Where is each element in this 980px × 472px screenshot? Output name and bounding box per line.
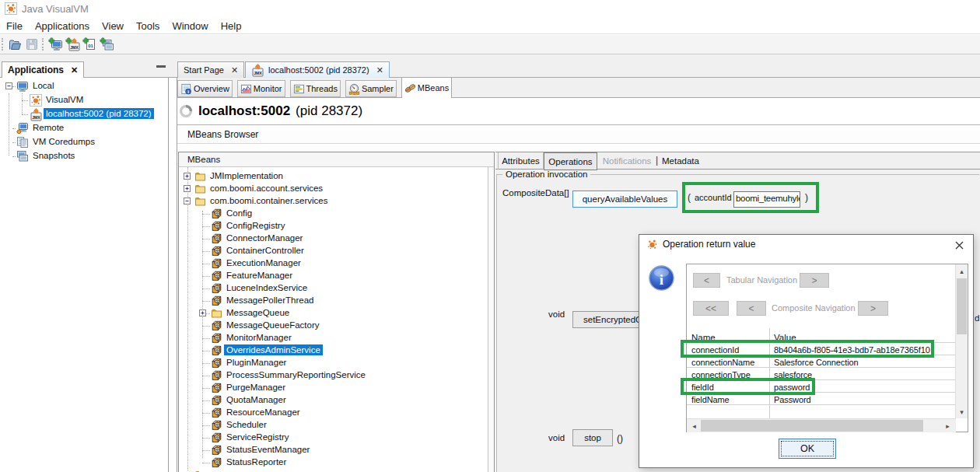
applications-panel: LocalVisualVMJMXlocalhost:5002 (pid 2837…	[0, 78, 169, 472]
set-encrypted-button[interactable]: setEncryptedC	[572, 311, 641, 328]
tree-item-label: PluginManager	[224, 357, 289, 368]
table-cell-name[interactable]: connectionType	[691, 370, 751, 379]
expander-minus-icon[interactable]	[184, 198, 191, 205]
menu-tools[interactable]: Tools	[130, 19, 166, 33]
open-file-button[interactable]	[6, 36, 23, 53]
composite-first-button[interactable]: <<	[693, 301, 729, 316]
tab-close-icon[interactable]: ✕	[376, 66, 383, 75]
op-setenc-return-type: void	[548, 309, 565, 319]
view-tab-sampler[interactable]: Sampler	[345, 80, 397, 97]
tab-metadata[interactable]: Metadata	[661, 152, 700, 170]
svg-text:JMX: JMX	[254, 71, 262, 75]
dialog-close-button[interactable]	[950, 237, 968, 253]
add-remote-host-button[interactable]	[47, 36, 64, 53]
dialog-titlebar[interactable]: Operation return value	[639, 235, 973, 254]
menu-help[interactable]: Help	[215, 19, 248, 33]
window-title: Java VisualVM	[22, 3, 89, 15]
bean-icon	[211, 332, 222, 344]
table-cell-name[interactable]: fieldId	[691, 383, 714, 392]
tree-item-label: MessageQueueFactory	[224, 320, 322, 330]
tab-operations[interactable]: Operations	[544, 152, 597, 170]
tabular-prev-button[interactable]: <	[693, 273, 720, 288]
account-id-input[interactable]: boomi_teemuhyle	[733, 191, 800, 208]
expander-plus-icon[interactable]	[184, 185, 191, 192]
expander-plus-icon[interactable]	[184, 173, 191, 180]
mbeans-tree-scrollbar[interactable]	[488, 167, 494, 472]
stop-button[interactable]: stop	[572, 429, 613, 446]
query-available-values-button[interactable]: queryAvailableValues	[572, 191, 677, 208]
composite-prev-button[interactable]: <	[737, 301, 766, 316]
folder-icon	[194, 195, 206, 207]
operation-invocation-label: Operation invocation	[502, 170, 590, 179]
table-cell-value[interactable]: salesforce	[774, 370, 812, 379]
dialog-horizontal-scrollbar[interactable]: ◂ ▸	[687, 418, 956, 432]
tree-item-label: MonitorManager	[224, 332, 294, 343]
table-cell-value[interactable]: password	[774, 383, 810, 392]
table-cell-value[interactable]: Password	[774, 395, 811, 404]
bean-icon	[211, 245, 222, 257]
toolbar-grip	[2, 38, 4, 51]
menu-file[interactable]: File	[0, 19, 29, 33]
window-titlebar	[0, 0, 980, 19]
view-tab-overview[interactable]: iOverview	[177, 80, 233, 97]
table-cell-name[interactable]: fieldName	[691, 395, 730, 404]
table-cell-value[interactable]: Salesforce Connection	[774, 358, 859, 367]
tree-item-label: ResourceManager	[224, 407, 303, 418]
tree-guide	[9, 93, 9, 156]
menu-window[interactable]: Window	[166, 19, 214, 33]
tab-notifications[interactable]: Notifications	[604, 152, 650, 170]
view-tab-monitor[interactable]: Monitor	[237, 80, 285, 97]
add-vm-coredump-button[interactable]: 01	[81, 36, 98, 53]
view-tab-threads[interactable]: Threads	[290, 80, 341, 97]
scroll-left-icon[interactable]: ◂	[688, 419, 701, 432]
add-jmx-connection-button[interactable]: JMX	[64, 36, 81, 53]
tree-guide	[202, 264, 210, 264]
tree-item-label: LuceneIndexService	[224, 282, 310, 293]
tree-guide	[202, 226, 210, 227]
op-query-paren-open: (	[688, 192, 691, 203]
document-tab-start-page[interactable]: Start Page✕	[177, 61, 244, 78]
tree-item-label: PurgeManager	[224, 382, 288, 393]
menu-applications[interactable]: Applications	[29, 19, 96, 33]
horizontal-scroll-thumb[interactable]	[701, 420, 923, 432]
bean-icon	[211, 295, 222, 307]
scroll-down-icon[interactable]: ▾	[956, 405, 968, 418]
tabular-next-button[interactable]: >	[800, 273, 829, 288]
mbeans-browser-title: MBeans Browser	[187, 129, 258, 140]
tree-item-label: Config	[224, 208, 254, 219]
add-snapshot-button[interactable]	[98, 36, 115, 53]
tree-item-label: StatusReporter	[224, 456, 289, 467]
coredump-icon	[16, 136, 29, 149]
bean-icon	[211, 282, 222, 295]
mbeans-tree-panel: MBeans JMImplementationcom.boomi.account…	[178, 152, 495, 472]
table-cell-name[interactable]: connectionId	[691, 345, 739, 355]
vertical-scroll-thumb[interactable]	[957, 278, 967, 334]
folder-icon	[194, 170, 206, 182]
scroll-up-icon[interactable]: ▴	[956, 264, 968, 278]
dialog-vertical-scrollbar[interactable]: ▴ ▾	[955, 264, 968, 418]
composite-next-button[interactable]: >	[858, 301, 888, 316]
ok-button[interactable]: OK	[779, 439, 836, 459]
tab-attributes[interactable]: Attributes	[498, 152, 544, 170]
applications-panel-tab[interactable]: Applications ✕	[2, 61, 84, 78]
tree-guide	[202, 301, 210, 302]
minimize-panel-button[interactable]	[156, 65, 166, 68]
tree-guide	[12, 128, 16, 129]
applications-tab-close-icon[interactable]: ✕	[71, 66, 78, 75]
scroll-right-icon[interactable]: ▸	[941, 419, 954, 432]
tree-guide	[202, 351, 210, 351]
view-tab-mbeans[interactable]: MBeans	[401, 77, 452, 98]
save-button[interactable]	[23, 36, 40, 53]
table-cell-name[interactable]: connectionName	[691, 358, 754, 367]
expander-plus-icon[interactable]	[199, 309, 206, 316]
overview-icon: i	[180, 83, 192, 95]
menubar: FileApplicationsViewToolsWindowHelp	[0, 19, 980, 34]
view-tabstrip: iOverviewMonitorThreadsSamplerMBeans	[177, 78, 980, 98]
expander-minus-icon[interactable]	[5, 82, 12, 89]
tree-item-label: StatusEventManager	[224, 444, 312, 455]
document-tab-localhost-5002-pid-28372-[interactable]: JMXlocalhost:5002 (pid 28372)✕	[245, 61, 390, 78]
menu-view[interactable]: View	[96, 19, 130, 33]
table-cell-value[interactable]: 8b404a6b-f805-41e3-bdb7-ab18e7365f10	[774, 345, 930, 355]
tab-close-icon[interactable]: ✕	[231, 66, 238, 75]
mbeans-tree-header: MBeans	[179, 152, 494, 167]
